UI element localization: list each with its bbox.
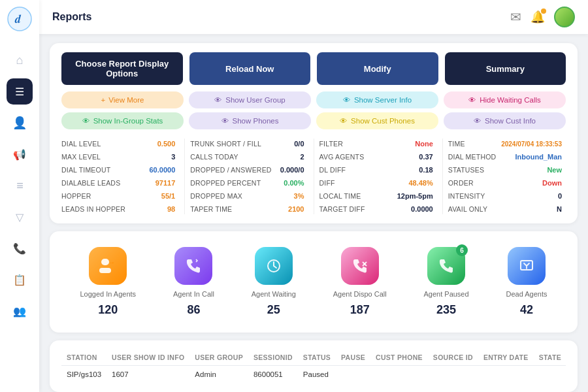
eye-icon: 👁 [214,96,222,104]
show-cust-info-label: Show Cust Info [485,117,536,125]
view-more-button[interactable]: + View More [61,91,184,108]
show-cust-phones-label: Show Cust Phones [351,117,415,125]
hide-waiting-calls-label: Hide Waiting Calls [480,96,541,104]
sidebar-item-groups[interactable]: 👥 [7,298,33,324]
logged-in-count: 120 [98,303,118,317]
stat-calls-today: CALLS TODAY2 [190,152,308,162]
stat-taper-time: TAPER TIME2100 [190,204,308,214]
sidebar-item-calls[interactable]: 📞 [7,235,33,261]
avatar[interactable] [554,7,575,27]
in-call-label: Agent In Call [173,290,214,298]
inbox-icon[interactable]: ✉ [510,9,521,25]
summary-button[interactable]: Summary [445,52,566,85]
dispo-label: Agent Dispo Call [333,290,387,298]
eye-icon6: 👁 [340,117,348,125]
eye-icon4: 👁 [82,117,90,125]
dispo-icon [341,247,379,285]
view-more-label: View More [108,96,144,104]
show-phones-label: Show Phones [233,117,279,125]
svg-text:𝒅: 𝒅 [14,12,22,25]
divider-1 [184,139,185,214]
sessions-table: STATION USER SHOW ID INFO USER GROUP SES… [61,350,566,383]
sidebar-item-campaigns[interactable]: 📢 [7,141,33,167]
show-phones-button[interactable]: 👁 Show Phones [189,112,311,129]
col-sessionid: SESSIONID [248,350,298,366]
notification-icon[interactable]: 🔔 [531,10,545,24]
agent-card-logged-in: → Logged In Agents 120 [80,247,136,317]
stat-dl-diff: DL DIFF0.18 [319,165,437,175]
col-station: STATION [61,350,106,366]
paused-icon: 6 [427,247,465,285]
agent-card-dispo: Agent Dispo Call 187 [333,247,387,317]
agent-card-dead: Dead Agents 42 [506,247,547,317]
sidebar-item-menu[interactable]: ≡ [7,172,33,199]
table-header-row: STATION USER SHOW ID INFO USER GROUP SES… [61,350,566,366]
stat-time: TIME2024/07/04 18:33:53 [448,139,566,149]
stats-area: DIAL LEVEL0.500 MAX LEVEL3 DIAL TIMEOUT6… [61,139,566,214]
plus-icon: + [101,96,106,104]
eye-icon2: 👁 [343,96,351,104]
col-entry-date: ENTRY DATE [478,350,534,366]
sidebar-item-docs[interactable]: 📋 [7,267,33,293]
show-cust-info-button[interactable]: 👁 Show Cust Info [444,112,566,129]
svg-rect-3 [99,268,111,273]
divider-2 [314,139,314,214]
notification-badge [541,8,546,14]
waiting-icon [255,247,293,285]
paused-label: Agent Paused [424,290,469,298]
main-area: Reports ✉ 🔔 Choose Report Display Option… [39,0,588,392]
svg-text:→: → [108,259,115,266]
table-row[interactable]: SIP/gs1031607Admin8600051Paused192.168.2… [61,366,566,384]
show-server-info-button[interactable]: 👁 Show Server Info [316,91,438,108]
stat-filter: FILTERNone [319,139,437,149]
sidebar-item-filter[interactable]: ▽ [7,204,33,230]
reload-now-button[interactable]: Reload Now [189,52,311,85]
stat-avg-agents: AVG AGENTS0.37 [319,152,437,162]
eye-icon3: 👁 [468,96,476,104]
header-icons: ✉ 🔔 [510,7,575,27]
sidebar-item-reports[interactable]: ☰ [7,78,33,105]
modify-button[interactable]: Modify [317,52,438,85]
show-user-group-button[interactable]: 👁 Show User Group [189,91,311,108]
eye-icon7: 👁 [474,117,482,125]
stat-max-level: MAX LEVEL3 [61,152,179,162]
stat-target-diff: TARGET DIFF0.0000 [319,204,437,214]
waiting-label: Agent Waiting [252,290,296,298]
col-source-id: SOURCE ID [428,350,478,366]
col-status: STATUS [298,350,336,366]
agent-card-paused: 6 Agent Paused 235 [424,247,469,317]
logged-in-icon: → [89,247,127,285]
eye-icon5: 👁 [221,117,229,125]
choose-display-options-button[interactable]: Choose Report Display Options [61,52,183,85]
agent-card-in-call: Agent In Call 86 [173,247,214,317]
dispo-count: 187 [350,303,370,317]
hide-waiting-calls-button[interactable]: 👁 Hide Waiting Calls [444,91,566,108]
sidebar-item-home[interactable]: ⌂ [7,47,33,73]
logged-in-label: Logged In Agents [80,290,136,298]
agent-cards-section: → Logged In Agents 120 Agent In Call 86 [50,231,578,333]
stat-dial-level: DIAL LEVEL0.500 [61,139,179,149]
col-cust-phone: CUST PHONE [370,350,428,366]
in-call-icon [174,247,212,285]
stat-dropped-answered: DROPPED / ANSWERED0.000/0 [190,165,308,175]
sidebar-item-users[interactable]: 👤 [7,110,33,136]
stat-avail-only: AVAIL ONLYN [448,204,566,214]
col-pause: PAUSE [336,350,370,366]
dead-label: Dead Agents [506,290,547,298]
dead-count: 42 [520,303,533,317]
logo: 𝒅 [7,7,32,34]
stats-col-4: TIME2024/07/04 18:33:53 DIAL METHODInbou… [448,139,566,214]
stat-dial-timeout: DIAL TIMEOUT60.0000 [61,165,179,175]
col-user-group: USER GROUP [189,350,248,366]
show-in-group-stats-button[interactable]: 👁 Show In-Group Stats [61,112,184,129]
page-title: Reports [52,11,91,23]
stat-statuses: STATUSESNew [448,165,566,175]
show-server-info-label: Show Server Info [354,96,412,104]
filter-buttons-row1: + View More 👁 Show User Group 👁 Show Ser… [61,91,566,108]
divider-3 [442,139,443,214]
show-cust-phones-button[interactable]: 👁 Show Cust Phones [316,112,438,129]
content-area: Choose Report Display Options Reload Now… [39,34,588,392]
header: Reports ✉ 🔔 [39,0,588,34]
stats-col-3: FILTERNone AVG AGENTS0.37 DL DIFF0.18 DI… [319,139,437,214]
sessions-table-wrap: STATION USER SHOW ID INFO USER GROUP SES… [61,350,566,383]
